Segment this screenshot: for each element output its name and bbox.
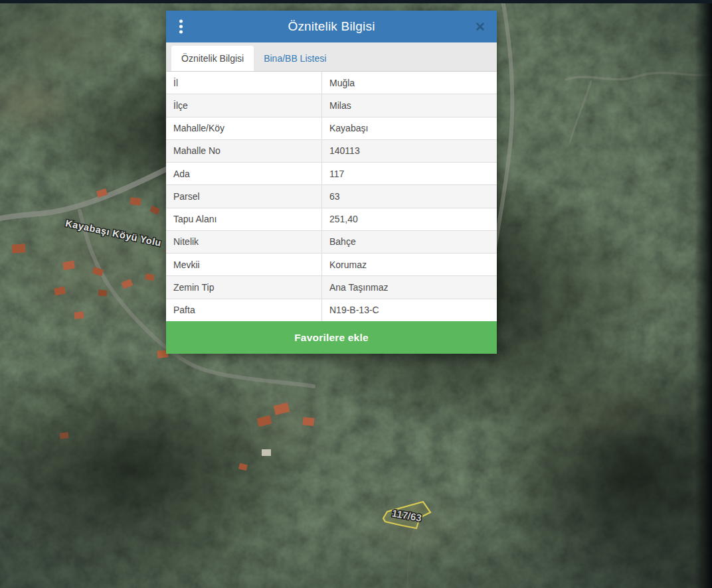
table-row: İl Muğla xyxy=(166,72,497,94)
row-value: Muğla xyxy=(322,72,497,94)
table-row: Ada 117 xyxy=(166,163,497,185)
add-to-favorites-button[interactable]: Favorilere ekle xyxy=(166,321,497,354)
row-label: Pafta xyxy=(166,299,322,321)
row-value: 140113 xyxy=(322,140,497,162)
row-value: Milas xyxy=(322,94,497,116)
row-value: 251,40 xyxy=(322,208,497,230)
modal-title: Öznitelik Bilgisi xyxy=(288,19,375,34)
row-value: Korumaz xyxy=(322,254,497,275)
table-row: Zemin Tip Ana Taşınmaz xyxy=(166,276,497,299)
row-label: Nitelik xyxy=(166,231,322,253)
row-value: N19-B-13-C xyxy=(322,299,497,321)
row-label: Parsel xyxy=(166,185,322,207)
right-edge-shade xyxy=(695,0,712,588)
table-row: İlçe Milas xyxy=(166,94,497,117)
table-row: Mahalle No 140113 xyxy=(166,140,497,163)
close-icon[interactable]: ✕ xyxy=(472,19,488,35)
top-bar xyxy=(0,0,712,3)
attribute-info-modal: Öznitelik Bilgisi ✕ Öznitelik Bilgisi Bi… xyxy=(166,11,497,354)
row-label: Mahalle No xyxy=(166,140,322,162)
row-label: İl xyxy=(166,72,322,94)
table-row: Mahalle/Köy Kayabaşı xyxy=(166,117,497,140)
row-label: İlçe xyxy=(166,94,322,116)
modal-header[interactable]: Öznitelik Bilgisi ✕ xyxy=(166,11,497,42)
row-value: 63 xyxy=(322,185,497,207)
table-row: Tapu Alanı 251,40 xyxy=(166,208,497,231)
table-row: Pafta N19-B-13-C xyxy=(166,299,497,321)
row-label: Ada xyxy=(166,163,322,184)
tab-attribute-info[interactable]: Öznitelik Bilgisi xyxy=(171,46,254,71)
row-value: 117 xyxy=(322,163,497,184)
row-label: Zemin Tip xyxy=(166,276,322,298)
row-value: Kayabaşı xyxy=(322,117,497,139)
row-value: Bahçe xyxy=(322,231,497,253)
tab-bar: Öznitelik Bilgisi Bina/BB Listesi xyxy=(166,42,497,72)
row-value: Ana Taşınmaz xyxy=(322,276,497,298)
row-label: Mahalle/Köy xyxy=(166,117,322,139)
attribute-table: İl Muğla İlçe Milas Mahalle/Köy Kayabaşı… xyxy=(166,72,497,321)
row-label: Mevkii xyxy=(166,254,322,275)
vertical-dots-icon[interactable] xyxy=(177,17,185,37)
table-row: Mevkii Korumaz xyxy=(166,254,497,276)
tab-building-list[interactable]: Bina/BB Listesi xyxy=(254,46,336,71)
table-row: Nitelik Bahçe xyxy=(166,231,497,254)
row-label: Tapu Alanı xyxy=(166,208,322,230)
table-row: Parsel 63 xyxy=(166,185,497,208)
